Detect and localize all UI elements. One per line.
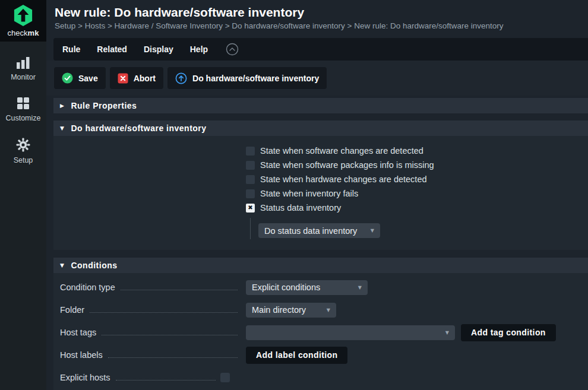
add-label-condition-button[interactable]: Add label condition (246, 347, 347, 364)
add-tag-condition-button[interactable]: Add tag condition (461, 324, 556, 341)
chevron-down-icon: ▼ (445, 330, 449, 335)
sidebar-item-monitor[interactable]: Monitor (0, 57, 46, 81)
form-row-explicit-hosts: Explicit hosts (60, 366, 588, 389)
abort-button[interactable]: Abort (110, 67, 163, 89)
dotted-leader (90, 312, 238, 313)
sidebar-item-label: Customize (5, 114, 40, 122)
sidebar-item-customize[interactable]: Customize (0, 97, 46, 122)
field-label-text: Host tags (60, 328, 96, 337)
form-row-condition-type: Condition type Explicit conditions ▼ (60, 276, 588, 299)
menu-item-display[interactable]: Display (144, 45, 173, 54)
breadcrumb[interactable]: Setup > Hosts > Hardware / Software Inve… (55, 21, 588, 30)
sidebar: checkmk Monitor Customize (0, 0, 46, 390)
dropdown-value: Do status data inventory (264, 226, 357, 236)
dotted-leader (116, 380, 216, 381)
section-conditions: ▼ Conditions Condition type Explicit con… (53, 258, 588, 390)
checkbox-row: State when inventory fails (246, 186, 588, 201)
field-control (220, 373, 230, 382)
checkbox-row: State when software packages info is mis… (246, 158, 588, 172)
checkbox-sw-packages-missing[interactable] (246, 161, 255, 170)
field-label: Folder (60, 305, 239, 315)
sidebar-item-label: Monitor (11, 73, 36, 81)
section-title: Do hardware/software inventory (71, 123, 206, 133)
sidebar-item-label: Setup (14, 156, 33, 164)
dropdown-value: Main directory (252, 305, 306, 315)
field-control: ▼ Add tag condition (246, 324, 556, 341)
field-control: Explicit conditions ▼ (246, 280, 368, 295)
field-label: Condition type (60, 283, 239, 292)
checkbox-row: State when hardware changes are detected (246, 172, 588, 186)
host-tags-dropdown[interactable]: ▼ (246, 325, 455, 340)
section-title: Rule Properties (71, 101, 137, 110)
dotted-leader (108, 357, 238, 358)
field-label: Host tags (60, 328, 239, 337)
triangle-down-icon: ▼ (60, 125, 64, 131)
abort-button-label: Abort (134, 74, 156, 83)
checkbox-inventory-fails[interactable] (246, 189, 255, 198)
triangle-right-icon: ▶ (60, 103, 64, 109)
gear-icon (16, 138, 30, 152)
field-label-text: Condition type (60, 283, 115, 292)
menu-item-help[interactable]: Help (190, 45, 208, 54)
menu-bar: Rule Related Display Help (53, 38, 588, 61)
chevron-up-circle-icon (226, 43, 239, 56)
field-label-text: Host labels (60, 350, 103, 360)
checkbox-status-data-inventory-checked[interactable]: ✖ (246, 204, 255, 213)
menu-item-rule[interactable]: Rule (62, 45, 80, 54)
page-header: New rule: Do hardware/software inventory… (46, 0, 588, 38)
section-header-conditions[interactable]: ▼ Conditions (53, 258, 588, 273)
checkbox-label: State when software changes are detected (260, 146, 423, 156)
form-row-folder: Folder Main directory ▼ (60, 299, 588, 321)
checkbox-label: State when software packages info is mis… (260, 160, 434, 170)
main-content: New rule: Do hardware/software inventory… (46, 0, 588, 390)
checkbox-sw-changes[interactable] (246, 147, 255, 156)
form-row-host-labels: Host labels Add label condition (60, 344, 588, 366)
action-button-row: Save Abort Do hardware/software inventor… (46, 61, 588, 96)
check-circle-icon (62, 72, 73, 84)
chevron-down-icon: ▼ (358, 285, 362, 290)
collapse-menu-button[interactable] (226, 43, 239, 56)
run-inventory-button[interactable]: Do hardware/software inventory (167, 67, 327, 89)
value-section-body: State when software changes are detected… (53, 136, 588, 250)
save-button-label: Save (78, 74, 98, 83)
section-header-rule-properties[interactable]: ▶ Rule Properties (53, 98, 588, 113)
field-label: Explicit hosts (60, 373, 217, 382)
grid-icon (17, 97, 30, 110)
logo-text-light: check (8, 28, 28, 37)
logo-wordmark: checkmk (8, 28, 39, 37)
chevron-down-icon: ▼ (371, 228, 374, 233)
nested-option-container: Do status data inventory ▼ (250, 218, 588, 239)
field-label-text: Folder (60, 305, 84, 315)
status-data-inventory-dropdown[interactable]: Do status data inventory ▼ (258, 223, 380, 238)
explicit-hosts-checkbox[interactable] (220, 373, 230, 382)
dotted-leader (121, 290, 238, 290)
field-control: Add label condition (246, 347, 347, 364)
sidebar-item-setup[interactable]: Setup (0, 138, 46, 164)
logo-text-bold: mk (28, 28, 39, 37)
bar-chart-icon (16, 57, 30, 69)
menu-item-related[interactable]: Related (97, 45, 127, 54)
arrow-up-circle-icon (175, 72, 187, 84)
page-title: New rule: Do hardware/software inventory (55, 5, 588, 20)
chevron-down-icon: ▼ (327, 307, 330, 313)
checkbox-row: ✖ Status data inventory (246, 201, 588, 215)
checkbox-label: State when hardware changes are detected (260, 175, 427, 184)
sidebar-logo[interactable]: checkmk (0, 0, 46, 42)
field-label: Host labels (60, 350, 239, 360)
app-window: checkmk Monitor Customize (0, 0, 588, 390)
field-label-text: Explicit hosts (60, 373, 110, 382)
checkbox-row: State when software changes are detected (246, 144, 588, 158)
checkbox-label: State when inventory fails (260, 189, 358, 198)
dropdown-value: Explicit conditions (252, 283, 320, 292)
folder-dropdown[interactable]: Main directory ▼ (246, 303, 336, 318)
save-button[interactable]: Save (54, 67, 106, 89)
checkbox-hw-changes[interactable] (246, 175, 255, 184)
condition-type-dropdown[interactable]: Explicit conditions ▼ (246, 280, 368, 295)
dotted-leader (102, 335, 238, 335)
section-header-value[interactable]: ▼ Do hardware/software inventory (53, 121, 588, 136)
checkbox-label: Status data inventory (260, 203, 341, 213)
section-value: ▼ Do hardware/software inventory State w… (53, 121, 588, 250)
form-row-host-tags: Host tags ▼ Add tag condition (60, 321, 588, 344)
checkmk-hexagon-logo (13, 4, 33, 27)
conditions-body: Condition type Explicit conditions ▼ Fol… (53, 273, 588, 389)
